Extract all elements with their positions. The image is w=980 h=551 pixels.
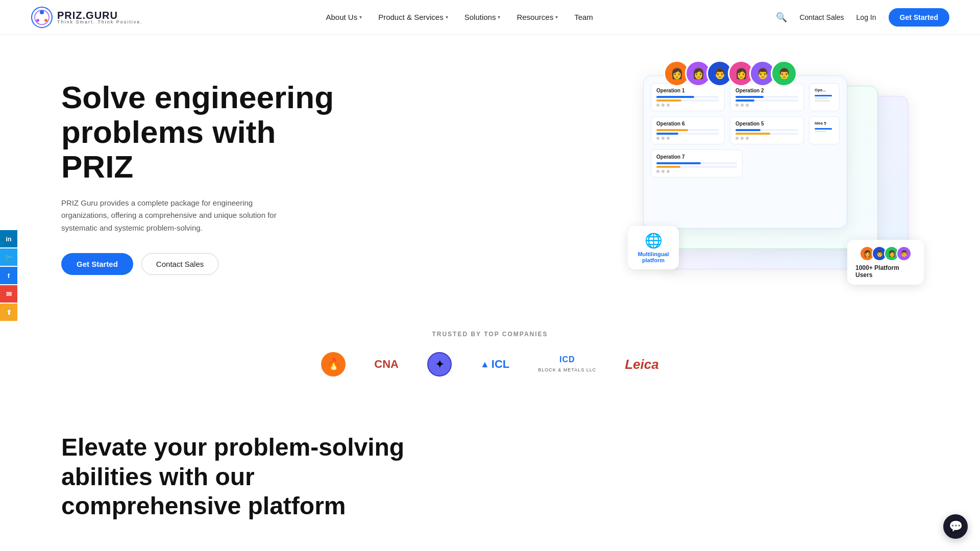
circle-logo: ✦ (427, 352, 452, 377)
nav-resources[interactable]: Resources ▾ (517, 13, 558, 21)
operation-box: Operation 1 (651, 83, 725, 111)
company-logo-circle: ✦ (427, 352, 452, 377)
company-logo-icd: ICDBLOCK & METALS LLC (538, 355, 596, 373)
chevron-icon: ▾ (359, 14, 362, 20)
social-facebook-button[interactable]: f (0, 267, 17, 284)
search-icon[interactable]: 🔍 (776, 12, 787, 23)
hero-description: PRIZ Guru provides a complete package fo… (61, 197, 296, 235)
hero-content: Solve engineering problems with PRIZ PRI… (61, 80, 337, 275)
operation-box: Operation 5 (730, 116, 804, 144)
operation-box: Operation 7 (651, 149, 743, 178)
multilingual-label: Multilingual platform (636, 251, 671, 263)
company-logo-flame: 🔥 (321, 352, 346, 377)
company-logo-cna: CNA (374, 358, 399, 371)
trusted-label: TRUSTED BY TOP COMPANIES (31, 331, 949, 338)
hero-section: Solve engineering problems with PRIZ PRI… (0, 35, 980, 310)
operation-box: Operation 2 (730, 83, 804, 111)
social-twitter-button[interactable]: 🐦 (0, 248, 17, 266)
flame-logo: 🔥 (321, 352, 346, 377)
svg-point-2 (40, 10, 44, 14)
social-share-button[interactable]: ⬆ (0, 304, 17, 321)
company-logos: 🔥 CNA ✦ ▲ICL ICDBLOCK & METALS LLC Leica (31, 352, 949, 377)
nav-solutions[interactable]: Solutions ▾ (464, 13, 501, 21)
dashboard-card-main: Operation 1 Operation 2 Ope... (643, 76, 847, 229)
nav-actions: 🔍 Contact Sales Log In Get Started (776, 8, 949, 27)
avatar-group: 👩 👩 👨 👩 👨 👨 (664, 60, 797, 87)
social-linkedin-button[interactable]: in (0, 230, 17, 247)
multilingual-badge: 🌐 Multilingual platform (628, 226, 679, 269)
globe-icon: 🌐 (645, 232, 663, 249)
operation-box: Ope... (809, 83, 840, 111)
logo-tagline: Think Smart. Think Positive. (57, 19, 143, 24)
hero-illustration: 👩 👩 👨 👩 👨 👨 Operation 1 Operation 2 (633, 65, 919, 290)
company-logo-leica: Leica (625, 357, 659, 372)
chevron-icon: ▾ (498, 14, 500, 20)
nav-about[interactable]: About Us ▾ (326, 13, 362, 21)
contact-sales-link[interactable]: Contact Sales (799, 13, 844, 21)
trusted-section: TRUSTED BY TOP COMPANIES 🔥 CNA ✦ ▲ICL IC… (0, 310, 980, 402)
nav-team[interactable]: Team (574, 13, 593, 21)
hero-get-started-button[interactable]: Get Started (61, 253, 133, 275)
nav-links: About Us ▾ Product & Services ▾ Solution… (326, 13, 593, 21)
users-avatar-group: 👩 👨 👩 👨 (860, 246, 912, 261)
login-button[interactable]: Log In (856, 13, 876, 21)
social-email-button[interactable]: ✉ (0, 285, 17, 303)
social-sidebar: in 🐦 f ✉ ⬆ (0, 230, 17, 321)
chevron-icon: ▾ (555, 14, 558, 20)
navbar: PRIZ.GURU Think Smart. Think Positive. A… (0, 0, 980, 35)
nav-product[interactable]: Product & Services ▾ (378, 13, 448, 21)
logo-icon (31, 6, 53, 29)
users-count-label: 1000+ Platform Users (855, 264, 916, 279)
bottom-title: Elevate your problem-solving abilities w… (61, 433, 419, 521)
svg-point-3 (44, 19, 47, 22)
hero-title: Solve engineering problems with PRIZ (61, 80, 337, 185)
user-avatar: 👨 (896, 246, 912, 261)
chevron-icon: ▾ (446, 14, 448, 20)
operation-box: Operation 6 (651, 116, 725, 144)
avatar: 👨 (771, 60, 797, 87)
get-started-nav-button[interactable]: Get Started (889, 8, 949, 27)
operation-box: Idea 5 (809, 116, 840, 144)
users-badge: 👩 👨 👩 👨 1000+ Platform Users (847, 240, 924, 285)
hero-buttons: Get Started Contact Sales (61, 253, 337, 275)
logo[interactable]: PRIZ.GURU Think Smart. Think Positive. (31, 6, 143, 29)
bottom-section: Elevate your problem-solving abilities w… (0, 402, 980, 531)
hero-contact-sales-button[interactable]: Contact Sales (141, 253, 218, 275)
company-logo-icl: ▲ICL (480, 358, 509, 371)
svg-point-4 (36, 19, 39, 22)
chat-icon: 💬 (949, 520, 963, 531)
